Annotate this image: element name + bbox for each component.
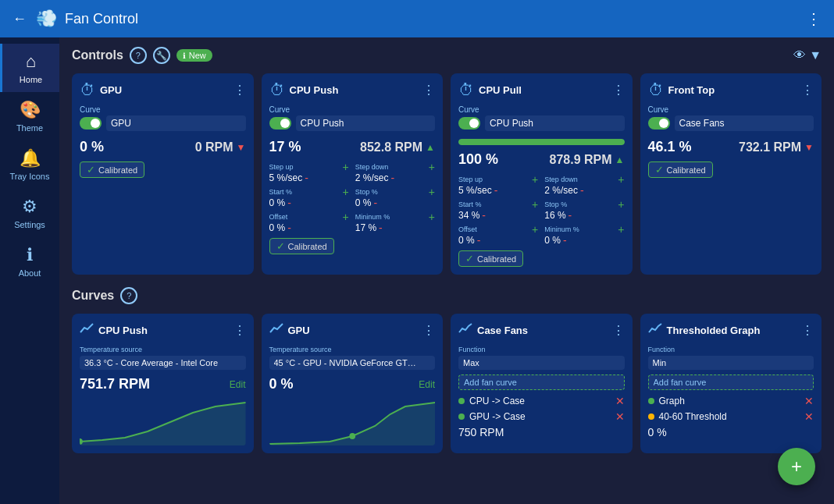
controls-help-icon[interactable]: ? [130,47,147,64]
offset-minus[interactable]: - [287,222,291,233]
curve-select-front-top[interactable]: Case Fans [675,115,814,131]
calibrated-label-gpu: Calibrated [98,165,137,175]
curve-rpm-case-fans: 750 RPM [458,426,625,438]
offset-plus[interactable]: + [343,211,349,222]
start-minus-pull[interactable]: - [482,210,486,221]
toggle-front-top[interactable] [648,117,670,130]
step-down-value-pull: 2 %/sec [544,185,578,196]
curve-remove-gpu-case[interactable]: ✕ [615,410,625,423]
percent-cpu-push: 17 % [269,139,301,155]
curve-card-title-cpu-push: CPU Push [98,325,229,336]
function-select-case-fans[interactable]: Max [458,356,625,370]
app-title: Fan Control [65,11,806,27]
sidebar-item-theme[interactable]: 🎨 Theme [0,92,59,140]
card-menu-cpu-push[interactable]: ⋮ [422,83,435,98]
temp-select-gpu[interactable]: 45 °C - GPU - NVIDIA GeForce GT… [269,356,436,370]
card-stats-cpu-push: 17 % 852.8 RPM ▲ [269,139,436,155]
step-down-minus[interactable]: - [390,172,394,183]
curve-remove-cpu-case[interactable]: ✕ [615,395,625,407]
curve-chart-icon-thresholded [648,321,662,339]
curve-card-menu-case-fans[interactable]: ⋮ [612,323,625,338]
calibrated-label-cpu-pull: Calibrated [477,254,516,264]
curve-card-header-thresholded: Thresholded Graph ⋮ [648,321,814,339]
start-plus-pull[interactable]: + [532,199,538,210]
toggle-cpu-pull[interactable] [458,117,480,130]
curve-select-row-cpu-push: CPU Push [269,115,436,131]
function-select-thresholded[interactable]: Min [648,356,814,370]
start-minus[interactable]: - [287,197,291,208]
menu-button[interactable]: ⋮ [806,9,822,28]
step-down-plus[interactable]: + [429,161,435,172]
edit-button-gpu[interactable]: Edit [419,379,435,390]
min-plus-pull[interactable]: + [618,224,624,235]
card-header-cpu-push: ⏱ CPU Push ⋮ [269,81,436,99]
min-plus[interactable]: + [429,211,435,222]
detail-stats-cpu-push: Step up + 5 %/sec - Step down + [269,161,436,233]
card-menu-front-top[interactable]: ⋮ [801,83,814,98]
step-down-label: Step down + [355,161,435,172]
add-fab[interactable]: + [778,448,815,485]
min-label: Mininum % + [355,211,435,222]
rpm-arrow-cpu-pull: ▲ [615,154,625,165]
add-curve-select-thresholded[interactable]: Add fan curve [648,374,814,390]
stop-minus-pull[interactable]: - [568,210,572,221]
start-plus[interactable]: + [343,186,349,197]
step-down-label-pull: Step down + [544,174,624,185]
temp-label-gpu: Temperature source [269,346,436,353]
stop-plus[interactable]: + [429,186,435,197]
step-up-plus[interactable]: + [343,161,349,172]
offset-minus-pull[interactable]: - [477,235,481,246]
percent-front-top: 46.1 % [648,139,692,155]
curve-card-menu-cpu-push[interactable]: ⋮ [233,323,246,338]
min-minus[interactable]: - [379,222,383,233]
step-up-minus-pull[interactable]: - [494,185,498,196]
step-up-plus-pull[interactable]: + [532,174,538,185]
calibrated-label-front-top: Calibrated [667,165,706,175]
curve-card-menu-gpu[interactable]: ⋮ [422,323,435,338]
new-badge-label: New [189,51,206,60]
curve-select-row-front-top: Case Fans [648,115,814,131]
curves-help-icon[interactable]: ? [120,287,137,304]
toggle-cpu-push[interactable] [269,117,291,130]
curve-select-gpu[interactable]: GPU [106,115,246,131]
curve-remove-graph[interactable]: ✕ [804,395,814,407]
card-menu-cpu-pull[interactable]: ⋮ [612,83,625,98]
temp-select-cpu-push[interactable]: 36.3 °C - Core Average - Intel Core [80,356,246,370]
curve-select-cpu-push[interactable]: CPU Push [296,115,436,131]
step-down-plus-pull[interactable]: + [618,174,624,185]
sidebar-item-about[interactable]: ℹ About [0,237,59,286]
offset-value-pull: 0 % [458,235,475,246]
card-header-cpu-pull: ⏱ CPU Pull ⋮ [458,81,625,99]
stop-minus[interactable]: - [373,197,377,208]
add-curve-select-case-fans[interactable]: Add fan curve [458,374,625,390]
curve-select-row-gpu: GPU [80,115,246,131]
fan-card-gpu: ⏱ GPU ⋮ Curve GPU 0 % 0 RPM ▼ [72,73,254,275]
curve-card-gpu: GPU ⋮ Temperature source 45 °C - GPU - N… [262,314,444,453]
offset-label-pull: Offset + [458,224,538,235]
sidebar-item-settings[interactable]: ⚙ Settings [0,189,59,237]
visibility-button[interactable]: 👁 ▼ [793,48,822,62]
toggle-gpu[interactable] [80,117,102,130]
svg-point-3 [349,433,355,439]
function-label-case-fans: Function [458,346,625,353]
curve-card-menu-thresholded[interactable]: ⋮ [801,323,814,338]
card-stats-cpu-pull: 100 % 878.9 RPM ▲ [458,151,625,168]
stop-plus-pull[interactable]: + [618,199,624,210]
card-menu-gpu[interactable]: ⋮ [233,83,246,98]
back-button[interactable]: ← [12,11,27,27]
offset-plus-pull[interactable]: + [532,224,538,235]
step-down-minus-pull[interactable]: - [580,185,584,196]
step-up-minus[interactable]: - [305,172,308,183]
sidebar-item-tray[interactable]: 🔔 Tray Icons [0,140,59,189]
controls-wrench-icon[interactable]: 🔧 [153,47,170,64]
sidebar-item-home[interactable]: ⌂ Home [0,44,59,92]
curve-select-cpu-pull[interactable]: CPU Push [485,115,625,131]
stop-value: 0 % [355,197,372,208]
sidebar: ⌂ Home 🎨 Theme 🔔 Tray Icons ⚙ Settings ℹ… [0,37,59,504]
chart-area-cpu-push [80,399,246,445]
curve-item-label-threshold: 40-60 Threshold [659,411,800,422]
edit-button-cpu-push[interactable]: Edit [230,379,246,390]
curve-dot-gpu-case [458,413,465,420]
min-minus-pull[interactable]: - [563,235,567,246]
curve-remove-threshold[interactable]: ✕ [804,410,814,423]
